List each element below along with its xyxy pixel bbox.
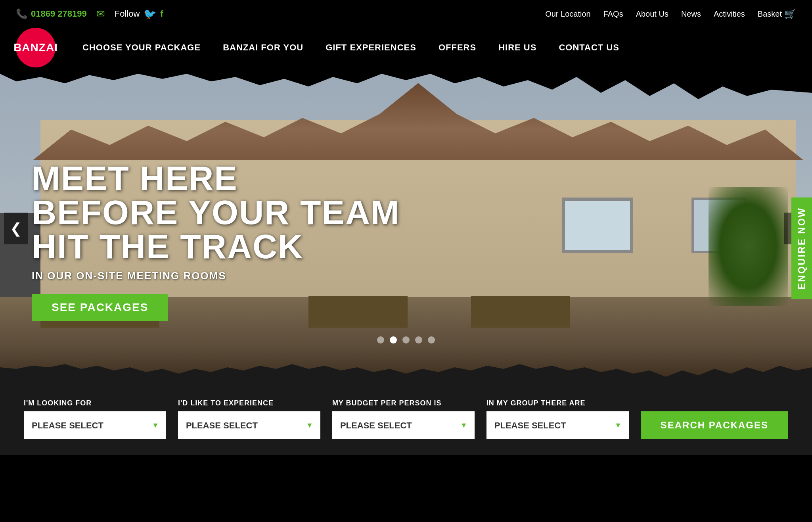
search-field-experience: I'D LIKE TO EXPERIENCE PLEASE SELECT (178, 399, 320, 439)
group-label: IN MY GROUP THERE ARE (486, 399, 629, 407)
nav-choose-package[interactable]: CHOOSE YOUR PACKAGE (71, 39, 212, 56)
budget-wrapper: PLEASE SELECT (332, 411, 475, 439)
carousel-prev-button[interactable]: ❮ (4, 213, 28, 244)
looking-for-select[interactable]: PLEASE SELECT (24, 411, 166, 439)
hero-title-line1: MEET HERE (32, 161, 400, 195)
logo-container: BANZAI (16, 28, 56, 67)
hero-title-line2: BEFORE YOUR TEAM (32, 195, 400, 229)
follow-label: Follow (115, 9, 140, 19)
nav-hire-us[interactable]: HIRE US (487, 39, 548, 56)
planter-3 (471, 296, 570, 328)
search-field-looking-for: I'M LOOKING FOR PLEASE SELECT (24, 399, 166, 439)
plant-right (709, 187, 788, 306)
budget-label: MY BUDGET PER PERSON IS (332, 399, 475, 407)
nav-links: CHOOSE YOUR PACKAGE BANZAI FOR YOU GIFT … (71, 39, 796, 56)
nav-contact-us[interactable]: CONTACT US (548, 39, 630, 56)
experience-select[interactable]: PLEASE SELECT (178, 411, 320, 439)
follow-section: Follow 🐦 f (115, 8, 163, 20)
brand-logo[interactable]: BANZAI (16, 28, 56, 67)
nav-offers[interactable]: OFFERS (427, 39, 487, 56)
nav-our-location[interactable]: Our Location (545, 10, 591, 19)
looking-for-label: I'M LOOKING FOR (24, 399, 166, 407)
phone-icon: 📞 (16, 8, 28, 19)
email-icon: ✉ (96, 8, 105, 20)
hero-title: MEET HERE BEFORE YOUR TEAM HIT THE TRACK (32, 161, 400, 263)
experience-wrapper: PLEASE SELECT (178, 411, 320, 439)
nav-faqs[interactable]: FAQs (603, 10, 623, 19)
budget-select[interactable]: PLEASE SELECT (332, 411, 475, 439)
enquire-tab[interactable]: ENQUIRE NOW (791, 198, 812, 299)
top-bar: 📞 01869 278199 ✉ Follow 🐦 f Our Location… (0, 0, 812, 28)
nav-basket[interactable]: Basket 🛒 (758, 8, 796, 19)
nav-news[interactable]: News (681, 10, 701, 19)
carousel-dots (377, 336, 435, 344)
nav-gift-experiences[interactable]: GIFT EXPERIENCES (314, 39, 427, 56)
hero-cta-button[interactable]: SEE PACKAGES (32, 294, 168, 321)
carousel-dot-5[interactable] (428, 336, 435, 344)
top-bar-left: 📞 01869 278199 ✉ Follow 🐦 f (16, 8, 163, 20)
top-bar-right: Our Location FAQs About Us News Activiti… (545, 8, 796, 19)
search-packages-button[interactable]: SEARCH PACKAGES (641, 411, 788, 439)
hero-section: MEET HERE BEFORE YOUR TEAM HIT THE TRACK… (0, 74, 812, 383)
nav-about-us[interactable]: About Us (636, 10, 668, 19)
carousel-dot-1[interactable] (377, 336, 384, 344)
twitter-icon[interactable]: 🐦 (144, 8, 156, 20)
hero-content: MEET HERE BEFORE YOUR TEAM HIT THE TRACK… (32, 161, 400, 321)
hero-subtitle: IN OUR ON-SITE MEETING ROOMS (32, 270, 400, 282)
search-field-group: IN MY GROUP THERE ARE PLEASE SELECT (486, 399, 629, 439)
search-bar: I'M LOOKING FOR PLEASE SELECT I'D LIKE T… (0, 383, 812, 455)
looking-for-wrapper: PLEASE SELECT (24, 411, 166, 439)
experience-label: I'D LIKE TO EXPERIENCE (178, 399, 320, 407)
group-wrapper: PLEASE SELECT (486, 411, 629, 439)
hero-title-line3: HIT THE TRACK (32, 229, 400, 263)
arrow-left-icon: ❮ (10, 220, 22, 237)
phone-link[interactable]: 📞 01869 278199 (16, 8, 87, 19)
nav-activities[interactable]: Activities (714, 10, 745, 19)
carousel-dot-4[interactable] (415, 336, 422, 344)
group-select[interactable]: PLEASE SELECT (486, 411, 629, 439)
carousel-dot-2[interactable] (390, 336, 397, 344)
search-field-budget: MY BUDGET PER PERSON IS PLEASE SELECT (332, 399, 475, 439)
main-nav: BANZAI CHOOSE YOUR PACKAGE BANZAI FOR YO… (0, 28, 812, 74)
carousel-dot-3[interactable] (402, 336, 410, 344)
facebook-icon[interactable]: f (160, 9, 163, 19)
window-1 (562, 198, 633, 253)
phone-number: 01869 278199 (31, 9, 87, 19)
nav-banzai-for-you[interactable]: BANZAI FOR YOU (212, 39, 314, 56)
basket-icon: 🛒 (784, 8, 796, 19)
